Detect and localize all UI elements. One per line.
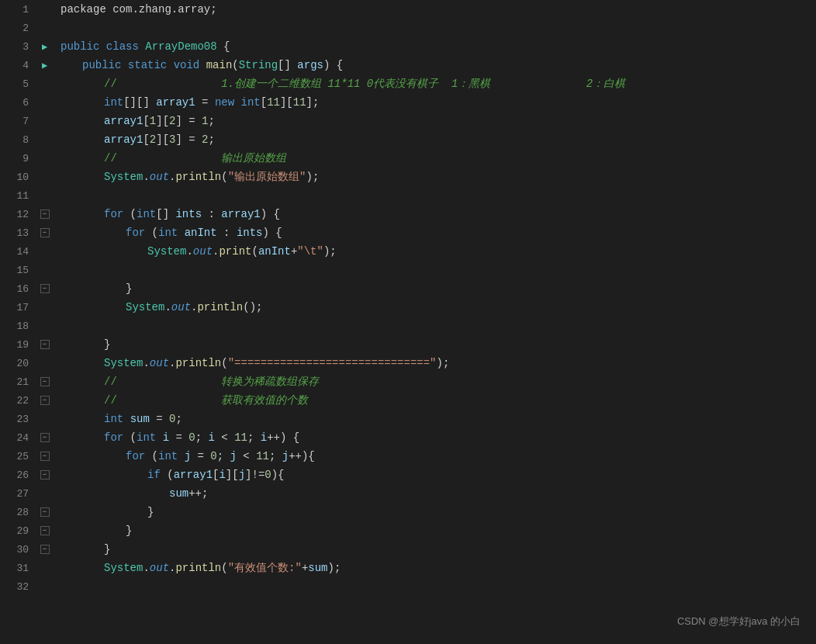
fold-icon[interactable]: − (40, 433, 50, 442)
code-line-16: } (61, 279, 816, 298)
gutter-row-17 (35, 298, 54, 317)
gutter-row-21: − (35, 372, 54, 391)
fold-icon[interactable]: − (40, 526, 50, 535)
line-number-9: 9 (0, 149, 35, 168)
gutter-row-15 (35, 261, 54, 279)
line-number-6: 6 (0, 93, 35, 112)
gutter-row-25: − (35, 447, 54, 466)
line-number-5: 5 (0, 74, 35, 93)
line-number-23: 23 (0, 410, 35, 428)
gutter-row-6 (35, 93, 54, 112)
code-line-3: public class ArrayDemo08 { (61, 37, 816, 56)
gutter-row-32 (35, 577, 54, 596)
fold-icon[interactable]: − (40, 284, 50, 293)
gutter-row-24: − (35, 428, 54, 447)
code-line-29: } (61, 521, 816, 540)
code-line-15 (61, 261, 816, 279)
gutter-row-28: − (35, 503, 54, 521)
fold-icon[interactable]: − (40, 209, 50, 219)
gutter-row-31 (35, 559, 54, 577)
line-number-12: 12 (0, 205, 35, 223)
fold-icon[interactable]: − (40, 470, 50, 480)
code-line-21: // 转换为稀疏数组保存 (61, 372, 816, 391)
gutter-row-2 (35, 19, 54, 37)
gutter-row-10 (35, 168, 54, 186)
arrow-icon[interactable]: ▶ (42, 41, 47, 53)
code-line-13: for (int anInt : ints) { (61, 223, 816, 242)
line-number-3: 3 (0, 37, 35, 56)
gutter-row-27 (35, 484, 54, 503)
line-number-2: 2 (0, 19, 35, 37)
code-line-9: // 输出原始数组 (61, 149, 816, 168)
gutter-row-3: ▶ (35, 37, 54, 56)
code-line-24: for (int i = 0; i < 11; i++) { (61, 428, 816, 447)
gutter-row-5 (35, 74, 54, 93)
gutter-row-26: − (35, 466, 54, 484)
code-line-11 (61, 186, 816, 205)
line-number-29: 29 (0, 521, 35, 540)
gutter-row-13: − (35, 223, 54, 242)
fold-icon[interactable]: − (40, 396, 50, 405)
line-number-27: 27 (0, 484, 35, 503)
line-number-16: 16 (0, 279, 35, 298)
line-number-15: 15 (0, 261, 35, 279)
gutter-row-8 (35, 130, 54, 149)
fold-icon[interactable]: − (40, 228, 50, 237)
line-number-20: 20 (0, 354, 35, 372)
code-line-23: int sum = 0; (61, 410, 816, 428)
code-line-19: } (61, 335, 816, 354)
fold-icon[interactable]: − (40, 377, 50, 386)
code-line-1: package com.zhang.array; (61, 0, 816, 19)
arrow-icon[interactable]: ▶ (42, 60, 47, 71)
line-number-26: 26 (0, 466, 35, 484)
fold-icon[interactable]: − (40, 507, 50, 517)
code-line-2 (61, 19, 816, 37)
line-number-25: 25 (0, 447, 35, 466)
gutter-row-12: − (35, 205, 54, 223)
code-content: package com.zhang.array;public class Arr… (54, 0, 816, 644)
gutter-row-29: − (35, 521, 54, 540)
code-line-26: if (array1[i][j]!=0){ (61, 466, 816, 484)
line-number-21: 21 (0, 372, 35, 391)
gutter-row-20 (35, 354, 54, 372)
code-line-25: for (int j = 0; j < 11; j++){ (61, 447, 816, 466)
line-number-31: 31 (0, 559, 35, 577)
code-line-7: array1[1][2] = 1; (61, 112, 816, 130)
code-line-28: } (61, 503, 816, 521)
line-numbers: 1234567891011121314151617181920212223242… (0, 0, 35, 644)
line-number-8: 8 (0, 130, 35, 149)
code-line-27: sum++; (61, 484, 816, 503)
gutter-col: ▶▶−−−−−−−−−−−− (35, 0, 54, 644)
gutter-row-16: − (35, 279, 54, 298)
code-line-18 (61, 317, 816, 335)
gutter-row-9 (35, 149, 54, 168)
code-line-8: array1[2][3] = 2; (61, 130, 816, 149)
code-line-20: System.out.println("====================… (61, 354, 816, 372)
fold-icon[interactable]: − (40, 340, 50, 349)
fold-icon[interactable]: − (40, 452, 50, 461)
line-number-13: 13 (0, 223, 35, 242)
line-number-4: 4 (0, 56, 35, 74)
code-line-17: System.out.println(); (61, 298, 816, 317)
gutter-row-22: − (35, 391, 54, 410)
line-number-30: 30 (0, 540, 35, 559)
gutter-row-4: ▶ (35, 56, 54, 74)
line-number-24: 24 (0, 428, 35, 447)
line-number-22: 22 (0, 391, 35, 410)
fold-icon[interactable]: − (40, 545, 50, 554)
gutter-row-23 (35, 410, 54, 428)
code-line-14: System.out.print(anInt+"\t"); (61, 242, 816, 261)
line-number-14: 14 (0, 242, 35, 261)
watermark: CSDN @想学好java 的小白 (677, 615, 800, 628)
line-number-32: 32 (0, 577, 35, 596)
code-line-31: System.out.println("有效值个数:"+sum); (61, 559, 816, 577)
code-line-30: } (61, 540, 816, 559)
gutter-row-1 (35, 0, 54, 19)
code-line-5: // 1.创建一个二维数组 11*11 0代表没有棋子 1：黑棋 2：白棋 (61, 74, 816, 93)
line-number-11: 11 (0, 186, 35, 205)
gutter-row-30: − (35, 540, 54, 559)
line-number-10: 10 (0, 168, 35, 186)
line-number-17: 17 (0, 298, 35, 317)
gutter-row-7 (35, 112, 54, 130)
line-number-1: 1 (0, 0, 35, 19)
